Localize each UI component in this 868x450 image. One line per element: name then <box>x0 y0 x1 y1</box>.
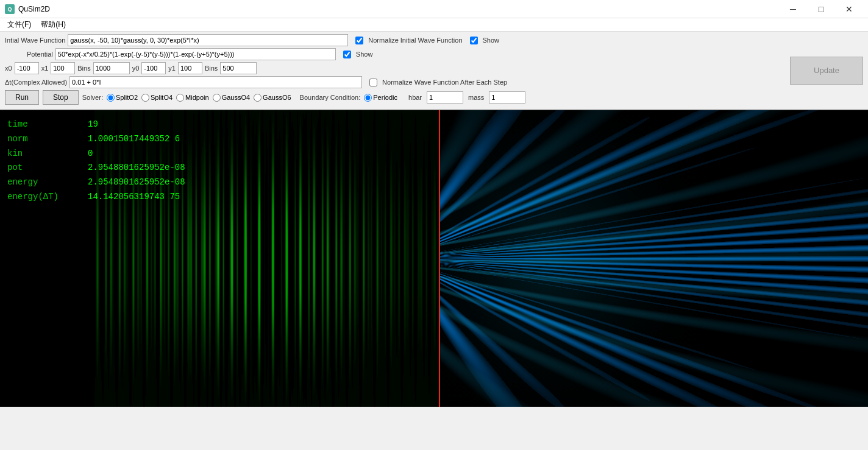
bins-label-2: Bins <box>205 65 218 72</box>
solver-gausso4-radio[interactable] <box>213 94 221 102</box>
solver-splito2-radio[interactable] <box>107 94 115 102</box>
normalize-step-checkbox[interactable] <box>369 79 377 86</box>
close-button[interactable]: ✕ <box>835 0 863 18</box>
show-wave-checkbox[interactable] <box>470 37 478 44</box>
hbar-mass-group: hbar mass <box>408 91 525 104</box>
menu-bar: 文件(F) 帮助(H) <box>0 18 868 32</box>
time-value: 19 <box>88 118 98 132</box>
wave-function-label: Intial Wave Function <box>5 37 65 44</box>
bins-label-1: Bins <box>77 65 90 72</box>
solver-splito4-radio[interactable] <box>141 94 149 102</box>
y0-input[interactable] <box>141 62 166 74</box>
controls-panel: Intial Wave Function Normalize Initial W… <box>0 32 868 110</box>
stat-kin-row: kin 0 <box>7 147 185 161</box>
potential-row: Potential Show <box>5 48 785 60</box>
y1-input[interactable] <box>178 62 202 74</box>
app-icon: Q <box>5 4 15 14</box>
minimize-button[interactable]: ─ <box>779 0 807 18</box>
bins-input-2[interactable] <box>220 62 257 74</box>
menu-help[interactable]: 帮助(H) <box>36 18 71 31</box>
show-label-2: Show <box>343 51 373 58</box>
x1-input[interactable] <box>51 62 75 74</box>
solver-label: Solver: <box>82 94 103 101</box>
title-bar: Q QuSim2D ─ □ ✕ <box>0 0 868 18</box>
normalize-step-label: Normalize Wave Function After Each Step <box>369 79 507 86</box>
simulation-stats: time 19 norm 1.00015017449352 6 kin 0 po… <box>7 118 185 205</box>
dt-row: Δt(Complex Allowed) Normalize Wave Funct… <box>5 76 785 88</box>
pot-label: pot <box>7 161 80 175</box>
stop-button[interactable]: Stop <box>43 90 79 105</box>
norm-label: norm <box>7 132 80 147</box>
energy-label: energy <box>7 175 80 190</box>
solver-splito2-label: SplitO2 <box>107 94 138 102</box>
hbar-input[interactable] <box>427 91 463 104</box>
solver-midpoint-label: Midpoin <box>176 94 209 102</box>
titlebar-left: Q QuSim2D <box>5 4 50 14</box>
show-label-1: Show <box>470 37 500 44</box>
window-controls: ─ □ ✕ <box>779 0 863 18</box>
kin-label: kin <box>7 147 80 161</box>
potential-label: Potential <box>27 51 53 58</box>
mass-input[interactable] <box>489 91 525 104</box>
energy-dt-label: energy(ΔT) <box>7 190 80 205</box>
stat-energy-row: energy 2.9548901625952e-08 <box>7 175 185 190</box>
hbar-label: hbar <box>408 94 422 101</box>
energy-value: 2.9548901625952e-08 <box>88 175 185 190</box>
normalize-initial-checkbox[interactable] <box>355 37 363 44</box>
run-controls-row: Run Stop Solver: SplitO2 SplitO4 Midpoin… <box>5 90 785 105</box>
x0-input[interactable] <box>15 62 39 74</box>
solver-splito4-label: SplitO4 <box>141 94 173 102</box>
bc-periodic-radio[interactable] <box>364 94 372 102</box>
pot-value: 2.9548801625952e-08 <box>88 161 185 175</box>
controls-right: Update <box>790 34 863 107</box>
norm-value: 1.00015017449352 6 <box>88 132 180 147</box>
x1-label: x1 <box>41 65 49 72</box>
time-label: time <box>7 118 80 132</box>
y1-label: y1 <box>168 65 176 72</box>
grid-params-row: x0 x1 Bins y0 y1 Bins <box>5 62 785 74</box>
mass-label: mass <box>468 94 484 101</box>
solver-gausso6-radio[interactable] <box>254 94 261 102</box>
solver-midpoint-radio[interactable] <box>176 94 184 102</box>
bins-input-1[interactable] <box>93 62 130 74</box>
maximize-button[interactable]: □ <box>807 0 835 18</box>
x0-label: x0 <box>5 65 12 72</box>
update-button[interactable]: Update <box>790 57 863 85</box>
stat-norm-row: norm 1.00015017449352 6 <box>7 132 185 147</box>
normalize-initial-label: Normalize Initial Wave Function <box>355 37 462 44</box>
red-divider-line <box>439 110 440 407</box>
kin-value: 0 <box>88 147 93 161</box>
run-button[interactable]: Run <box>5 90 39 105</box>
potential-input[interactable] <box>55 48 336 60</box>
simulation-area: time 19 norm 1.00015017449352 6 kin 0 po… <box>0 110 868 407</box>
energy-dt-value: 14.142056319743 75 <box>88 190 180 205</box>
bc-label: Boundary Condition: <box>300 94 361 101</box>
stat-energy-dt-row: energy(ΔT) 14.142056319743 75 <box>7 190 185 205</box>
wave-function-input[interactable] <box>68 34 348 46</box>
dt-input[interactable] <box>69 76 362 88</box>
show-potential-checkbox[interactable] <box>343 51 351 58</box>
stat-time-row: time 19 <box>7 118 185 132</box>
stat-pot-row: pot 2.9548801625952e-08 <box>7 161 185 175</box>
menu-file[interactable]: 文件(F) <box>2 18 36 31</box>
app-title: QuSim2D <box>18 5 50 13</box>
solver-gausso4-label: GaussO4 <box>213 94 250 102</box>
bc-periodic-label: Periodic <box>364 94 397 102</box>
dt-label: Δt(Complex Allowed) <box>5 79 67 86</box>
solver-gausso6-label: GaussO6 <box>254 94 291 102</box>
y0-label: y0 <box>132 65 140 72</box>
wave-function-row: Intial Wave Function Normalize Initial W… <box>5 34 785 46</box>
controls-left: Intial Wave Function Normalize Initial W… <box>5 34 785 107</box>
